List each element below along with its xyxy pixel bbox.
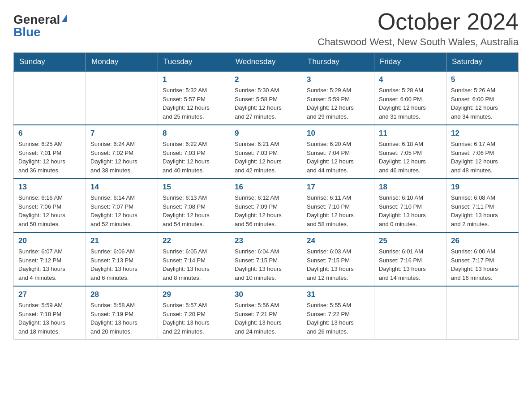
logo-triangle-icon [62, 14, 67, 22]
month-title: October 2024 [317, 9, 519, 34]
day-info: Sunrise: 5:55 AMSunset: 7:22 PMDaylight:… [307, 301, 369, 336]
calendar-cell: 29Sunrise: 5:57 AMSunset: 7:20 PMDayligh… [158, 286, 230, 340]
day-number: 3 [307, 75, 369, 84]
day-number: 5 [451, 75, 514, 84]
day-info: Sunrise: 5:56 AMSunset: 7:21 PMDaylight:… [235, 301, 297, 336]
calendar-cell: 10Sunrise: 6:20 AMSunset: 7:04 PMDayligh… [302, 125, 374, 179]
day-number: 26 [451, 236, 514, 245]
day-number: 6 [18, 129, 81, 138]
day-number: 13 [18, 183, 81, 192]
day-info: Sunrise: 5:30 AMSunset: 5:58 PMDaylight:… [235, 86, 297, 121]
calendar-cell: 6Sunrise: 6:25 AMSunset: 7:01 PMDaylight… [14, 125, 86, 179]
day-info: Sunrise: 6:25 AMSunset: 7:01 PMDaylight:… [18, 140, 81, 175]
day-number: 15 [163, 183, 225, 192]
day-number: 27 [18, 290, 81, 299]
day-info: Sunrise: 5:57 AMSunset: 7:20 PMDaylight:… [163, 301, 225, 336]
day-info: Sunrise: 5:28 AMSunset: 6:00 PMDaylight:… [379, 86, 442, 121]
day-number: 31 [307, 290, 369, 299]
calendar-header-row: SundayMondayTuesdayWednesdayThursdayFrid… [14, 53, 519, 72]
day-info: Sunrise: 6:10 AMSunset: 7:10 PMDaylight:… [379, 193, 442, 228]
day-info: Sunrise: 5:26 AMSunset: 6:00 PMDaylight:… [451, 86, 514, 121]
day-info: Sunrise: 6:07 AMSunset: 7:12 PMDaylight:… [18, 247, 81, 282]
title-area: October 2024 Chatswood West, New South W… [317, 9, 519, 48]
week-row-2: 6Sunrise: 6:25 AMSunset: 7:01 PMDaylight… [14, 125, 519, 179]
day-info: Sunrise: 5:59 AMSunset: 7:18 PMDaylight:… [18, 301, 81, 336]
week-row-3: 13Sunrise: 6:16 AMSunset: 7:06 PMDayligh… [14, 179, 519, 232]
day-info: Sunrise: 6:05 AMSunset: 7:14 PMDaylight:… [163, 247, 225, 282]
logo-general: General [13, 13, 60, 26]
subtitle: Chatswood West, New South Wales, Austral… [317, 36, 519, 48]
day-info: Sunrise: 6:00 AMSunset: 7:17 PMDaylight:… [451, 247, 514, 282]
calendar-cell: 1Sunrise: 5:32 AMSunset: 5:57 PMDaylight… [158, 71, 230, 125]
calendar-cell: 15Sunrise: 6:13 AMSunset: 7:08 PMDayligh… [158, 179, 230, 232]
day-number: 14 [90, 183, 153, 192]
day-info: Sunrise: 6:14 AMSunset: 7:07 PMDaylight:… [90, 193, 153, 228]
day-number: 19 [451, 183, 514, 192]
day-info: Sunrise: 6:20 AMSunset: 7:04 PMDaylight:… [307, 140, 369, 175]
calendar-header-wednesday: Wednesday [230, 53, 302, 72]
day-number: 12 [451, 129, 514, 138]
day-info: Sunrise: 6:08 AMSunset: 7:11 PMDaylight:… [451, 193, 514, 228]
week-row-4: 20Sunrise: 6:07 AMSunset: 7:12 PMDayligh… [14, 232, 519, 286]
day-info: Sunrise: 5:29 AMSunset: 5:59 PMDaylight:… [307, 86, 369, 121]
day-number: 24 [307, 236, 369, 245]
calendar-cell: 24Sunrise: 6:03 AMSunset: 7:15 PMDayligh… [302, 232, 374, 286]
day-number: 7 [90, 129, 153, 138]
calendar-table: SundayMondayTuesdayWednesdayThursdayFrid… [13, 52, 519, 340]
calendar-cell: 13Sunrise: 6:16 AMSunset: 7:06 PMDayligh… [14, 179, 86, 232]
calendar-cell: 3Sunrise: 5:29 AMSunset: 5:59 PMDaylight… [302, 71, 374, 125]
calendar-cell: 26Sunrise: 6:00 AMSunset: 7:17 PMDayligh… [446, 232, 519, 286]
calendar-cell: 28Sunrise: 5:58 AMSunset: 7:19 PMDayligh… [86, 286, 158, 340]
day-number: 23 [235, 236, 297, 245]
calendar-cell: 4Sunrise: 5:28 AMSunset: 6:00 PMDaylight… [374, 71, 446, 125]
calendar-cell: 9Sunrise: 6:21 AMSunset: 7:03 PMDaylight… [230, 125, 302, 179]
calendar-cell: 12Sunrise: 6:17 AMSunset: 7:06 PMDayligh… [446, 125, 519, 179]
day-number: 22 [163, 236, 225, 245]
calendar-header-friday: Friday [374, 53, 446, 72]
day-number: 25 [379, 236, 442, 245]
calendar-cell [86, 71, 158, 125]
calendar-cell: 31Sunrise: 5:55 AMSunset: 7:22 PMDayligh… [302, 286, 374, 340]
header: General Blue October 2024 Chatswood West… [13, 9, 519, 48]
day-info: Sunrise: 6:21 AMSunset: 7:03 PMDaylight:… [235, 140, 297, 175]
day-number: 28 [90, 290, 153, 299]
calendar-header-sunday: Sunday [14, 53, 86, 72]
day-number: 2 [235, 75, 297, 84]
logo-blue: Blue [13, 25, 41, 39]
calendar-cell [446, 286, 519, 340]
day-info: Sunrise: 6:22 AMSunset: 7:03 PMDaylight:… [163, 140, 225, 175]
logo: General Blue [13, 13, 67, 39]
day-number: 9 [235, 129, 297, 138]
calendar-cell [14, 71, 86, 125]
day-number: 4 [379, 75, 442, 84]
day-number: 29 [163, 290, 225, 299]
calendar-cell: 21Sunrise: 6:06 AMSunset: 7:13 PMDayligh… [86, 232, 158, 286]
calendar-cell: 7Sunrise: 6:24 AMSunset: 7:02 PMDaylight… [86, 125, 158, 179]
calendar-cell: 16Sunrise: 6:12 AMSunset: 7:09 PMDayligh… [230, 179, 302, 232]
day-info: Sunrise: 6:13 AMSunset: 7:08 PMDaylight:… [163, 193, 225, 228]
calendar-header-tuesday: Tuesday [158, 53, 230, 72]
day-info: Sunrise: 6:04 AMSunset: 7:15 PMDaylight:… [235, 247, 297, 282]
day-number: 20 [18, 236, 81, 245]
calendar-cell: 17Sunrise: 6:11 AMSunset: 7:10 PMDayligh… [302, 179, 374, 232]
calendar-cell: 18Sunrise: 6:10 AMSunset: 7:10 PMDayligh… [374, 179, 446, 232]
calendar-cell: 8Sunrise: 6:22 AMSunset: 7:03 PMDaylight… [158, 125, 230, 179]
day-number: 16 [235, 183, 297, 192]
day-info: Sunrise: 6:18 AMSunset: 7:05 PMDaylight:… [379, 140, 442, 175]
day-info: Sunrise: 6:17 AMSunset: 7:06 PMDaylight:… [451, 140, 514, 175]
day-number: 10 [307, 129, 369, 138]
day-number: 11 [379, 129, 442, 138]
day-number: 18 [379, 183, 442, 192]
day-number: 8 [163, 129, 225, 138]
calendar-cell: 23Sunrise: 6:04 AMSunset: 7:15 PMDayligh… [230, 232, 302, 286]
calendar-cell: 5Sunrise: 5:26 AMSunset: 6:00 PMDaylight… [446, 71, 519, 125]
calendar-cell: 27Sunrise: 5:59 AMSunset: 7:18 PMDayligh… [14, 286, 86, 340]
day-info: Sunrise: 6:16 AMSunset: 7:06 PMDaylight:… [18, 193, 81, 228]
day-info: Sunrise: 6:03 AMSunset: 7:15 PMDaylight:… [307, 247, 369, 282]
day-number: 30 [235, 290, 297, 299]
day-info: Sunrise: 6:12 AMSunset: 7:09 PMDaylight:… [235, 193, 297, 228]
calendar-cell: 19Sunrise: 6:08 AMSunset: 7:11 PMDayligh… [446, 179, 519, 232]
day-info: Sunrise: 6:11 AMSunset: 7:10 PMDaylight:… [307, 193, 369, 228]
calendar-cell: 11Sunrise: 6:18 AMSunset: 7:05 PMDayligh… [374, 125, 446, 179]
day-info: Sunrise: 5:58 AMSunset: 7:19 PMDaylight:… [90, 301, 153, 336]
